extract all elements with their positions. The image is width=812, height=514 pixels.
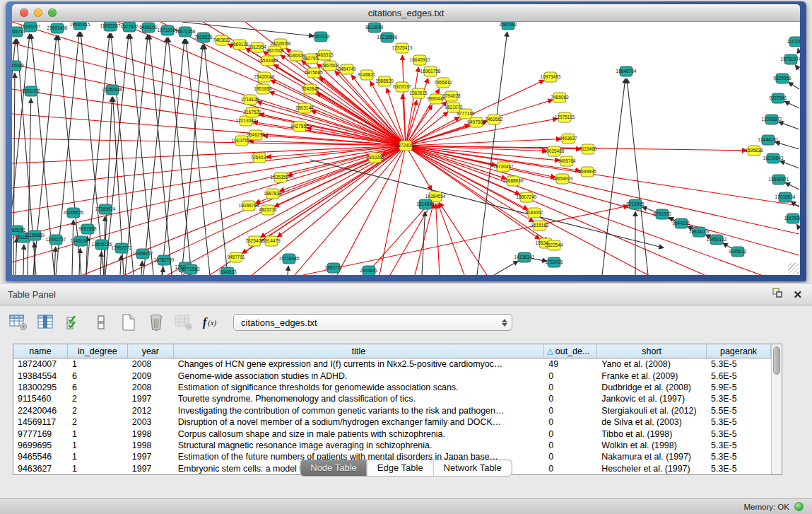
graph-node-label: 16648784 [616, 69, 637, 74]
citation-network-graph[interactable]: 4055714161911572769140619531415106532871… [12, 22, 800, 275]
table-cell: 2 [68, 405, 128, 416]
traffic-lights [12, 8, 57, 17]
graph-node-label: 17359924 [95, 206, 116, 211]
table-cell: Changes of HCN gene expression and I(f) … [174, 358, 545, 370]
new-column-button[interactable] [119, 313, 139, 332]
close-panel-icon[interactable]: ✕ [793, 289, 802, 300]
table-cell: 1 [68, 428, 128, 439]
table-row[interactable]: 1938455462009Genome-wide association stu… [13, 370, 771, 381]
table-cell: 1 [68, 358, 128, 370]
table-cell: Jankovic et al. (1997) [597, 393, 707, 404]
graph-node-label: 17016534 [775, 194, 796, 199]
float-panel-icon[interactable] [772, 287, 783, 301]
graph-node-label: 12444151 [758, 137, 779, 142]
table-row[interactable]: 1872400712008Changes of HCN gene express… [13, 358, 771, 370]
column-header-label: title [352, 346, 365, 356]
graph-node-label: 1527602 [120, 24, 139, 29]
graph-node-label: 18720407 [493, 164, 514, 169]
column-header-out_de[interactable]: △out_de... [544, 344, 597, 358]
graph-node-label: 9146821 [358, 72, 376, 77]
table-cell: 0 [544, 451, 597, 462]
minimize-window-button[interactable] [34, 8, 42, 17]
graph-node-label: 16924103 [689, 229, 710, 234]
column-header-in_degree[interactable]: in_degree [68, 344, 128, 358]
graph-node-label: 6914479 [262, 238, 281, 243]
citation-edge-black [796, 224, 799, 228]
table-panel-body: f(x)citations_edges.txt namein_degreeyea… [0, 305, 812, 482]
column-checklist-button[interactable] [64, 313, 83, 332]
table-cell: 1997 [128, 463, 174, 474]
table-cell: 5.6E-5 [707, 370, 771, 381]
table-cell: 2003 [128, 416, 174, 428]
table-row[interactable]: 977716911998Corpus callosum shape and si… [13, 428, 771, 439]
tab-node-table[interactable]: Node Table [300, 460, 367, 476]
table-row[interactable]: 1456911722003Disruption of a novel membe… [13, 416, 771, 428]
column-header-year[interactable]: year [128, 344, 174, 358]
table-cell: 14569117 [13, 416, 68, 428]
table-row[interactable]: 911546021997Tourette syndrome. Phenomeno… [13, 393, 771, 404]
row-tools-button[interactable] [91, 313, 111, 332]
delete-column-trash-button[interactable] [146, 313, 166, 332]
table-row[interactable]: 1830029562008Estimation of significance … [13, 382, 771, 393]
window-resize-grip[interactable] [788, 263, 799, 274]
network-table-select[interactable]: citations_edges.txt [233, 314, 512, 331]
window-titlebar[interactable]: citations_edges.txt [12, 4, 800, 22]
tab-edge-table[interactable]: Edge Table [367, 460, 434, 476]
table-cell: 1998 [128, 440, 174, 451]
column-header-name[interactable]: name [13, 344, 68, 358]
graph-node-label: 8427552 [290, 124, 309, 129]
application-desktop: citations_edges.txt 40557141619115727691… [0, 0, 812, 283]
graph-node-label: 12942757 [46, 237, 66, 242]
column-header-pagerank[interactable]: pagerank [707, 344, 771, 358]
column-header-title[interactable]: title [174, 344, 545, 358]
citation-edge-black [785, 182, 799, 189]
close-window-button[interactable] [20, 8, 28, 17]
citation-edge-black [162, 39, 184, 275]
graph-node-label: 11156869 [25, 233, 45, 238]
graph-node-label: 2300265 [366, 155, 384, 160]
scrollbar-thumb[interactable] [773, 346, 780, 375]
table-row[interactable]: 2242004622012Investigating the contribut… [13, 405, 771, 416]
graph-node-label: 9245012 [729, 249, 747, 254]
network-canvas[interactable]: 4055714161911572769140619531415106532871… [12, 22, 800, 275]
citation-edge-red [406, 146, 799, 234]
graph-node-label: 2087682 [499, 22, 517, 27]
select-stepper-icon [502, 319, 507, 327]
citation-edge-black [788, 82, 799, 89]
table-options-button[interactable] [8, 313, 28, 332]
table-cell: 0 [544, 370, 597, 381]
table-cell: 2009 [128, 370, 174, 381]
table-cell: 0 [544, 416, 597, 428]
citation-edge-black [422, 211, 425, 275]
graph-node-label: 1595838 [745, 148, 763, 153]
graph-node-label: 13505135 [92, 242, 112, 247]
memory-status-indicator[interactable] [794, 502, 804, 511]
zoom-window-button[interactable] [48, 8, 57, 17]
svg-text:(x): (x) [208, 318, 217, 327]
graph-node-label: 8585051 [12, 228, 26, 233]
graph-node-label: 19384554 [425, 194, 446, 199]
citation-edge-black [795, 65, 799, 70]
citation-edge-black [627, 78, 648, 275]
citation-edge-red [12, 139, 406, 146]
citation-edge-red [12, 146, 406, 213]
function-builder-button[interactable]: f(x) [201, 313, 221, 332]
table-row[interactable]: 969969511998Structural magnetic resonanc… [13, 440, 771, 451]
graph-node-label: 21053346 [102, 87, 123, 92]
graph-node-label: 12093872 [762, 117, 782, 122]
citation-edge-black [16, 238, 17, 275]
citation-edge-red [406, 146, 799, 255]
show-columns-button[interactable] [36, 313, 56, 332]
node-table: namein_degreeyeartitle△out_de...shortpag… [13, 344, 782, 475]
graph-node-label: 18640910 [410, 57, 430, 62]
table-cell: 1998 [128, 428, 174, 439]
column-header-short[interactable]: short [597, 344, 707, 358]
graph-node-label: 1117203 [787, 39, 800, 44]
graph-node-label: 7955812 [434, 80, 452, 85]
graph-node-label: 9227341 [769, 95, 787, 100]
graph-node-label: 6497568 [467, 119, 486, 124]
vertical-scrollbar[interactable] [771, 344, 782, 474]
graph-node-label: 5875685 [305, 70, 323, 75]
citation-edge-black [204, 45, 228, 275]
tab-network-table[interactable]: Network Table [434, 460, 512, 476]
